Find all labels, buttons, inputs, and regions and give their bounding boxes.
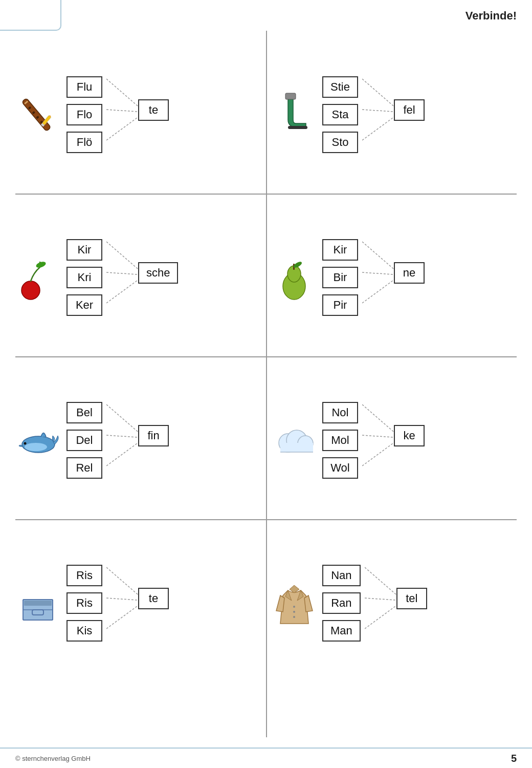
box-icon — [18, 584, 59, 623]
cloud-icon-area — [271, 425, 317, 456]
dolphin-icon-area — [15, 421, 61, 460]
svg-rect-43 — [280, 443, 313, 452]
row2-left-panel: Kir Kri Ker sche — [15, 199, 266, 356]
word-box: Wol — [322, 457, 358, 479]
row1-right-words: Stie Sta Sto — [322, 76, 358, 153]
page-number: 5 — [511, 753, 517, 764]
word-box: Nol — [322, 402, 358, 423]
suffix-box-row1-left: te — [138, 99, 169, 121]
word-box: Flö — [66, 132, 102, 153]
row3-left-words: Bel Del Rel — [66, 402, 102, 479]
word-box: Kri — [66, 267, 102, 288]
row1-right-arrow-group: fel — [362, 63, 408, 166]
suffix-box-row4-right: tel — [396, 588, 427, 609]
row4-left-panel: Ris Ris Kis te — [15, 524, 266, 682]
row4-right-arrow-group: tel — [365, 552, 411, 654]
row1-left-words: Flu Flo Flö — [66, 76, 102, 153]
cloud-icon — [274, 425, 315, 456]
svg-rect-51 — [24, 601, 52, 606]
svg-point-34 — [24, 442, 27, 444]
row2-left-words: Kir Kri Ker — [66, 239, 102, 316]
suffix-box-row1-right: fel — [394, 99, 425, 121]
row3-right-panel: Nol Mol Wol ke — [271, 361, 522, 519]
copyright-text: © sternchenverlag GmbH — [15, 755, 91, 762]
svg-rect-13 — [285, 93, 296, 99]
word-box: Kir — [322, 239, 358, 261]
word-box: Stie — [322, 76, 358, 98]
pear-icon — [275, 254, 314, 301]
svg-point-35 — [25, 443, 47, 451]
box-icon-area — [15, 584, 61, 623]
v-divider — [266, 31, 267, 737]
svg-point-58 — [293, 606, 295, 608]
word-box: Pir — [322, 294, 358, 316]
word-box: Ran — [322, 592, 361, 614]
word-box: Flu — [66, 76, 102, 98]
row3-right-words: Nol Mol Wol — [322, 402, 358, 479]
boot-icon-area — [271, 92, 317, 138]
coat-icon — [275, 580, 314, 626]
row2-right-arrow-group: ne — [362, 226, 408, 329]
row2-right-words: Kir Bir Pir — [322, 239, 358, 316]
word-box: Kir — [66, 239, 102, 261]
svg-point-60 — [293, 616, 295, 618]
boot-icon — [275, 92, 314, 138]
row4-right-words: Nan Ran Man — [322, 565, 361, 642]
suffix-box-row2-right: ne — [394, 262, 425, 284]
row3-left-panel: Bel Del Rel fin — [15, 361, 266, 519]
word-box: Nan — [322, 565, 361, 586]
row1-left-arrow-group: te — [106, 63, 152, 166]
cherry-icon — [19, 254, 58, 301]
svg-point-59 — [293, 611, 295, 613]
row2-right-panel: Kir Bir Pir ne — [271, 199, 522, 356]
word-box: Mol — [322, 430, 358, 451]
row3-right-arrow-group: ke — [362, 389, 408, 492]
word-box: Bir — [322, 267, 358, 288]
row4-right-panel: Nan Ran Man tel — [271, 524, 522, 682]
word-box: Del — [66, 430, 102, 451]
cherry-icon-area — [15, 254, 61, 301]
row1-left-panel: Flu Flo Flö te — [15, 36, 266, 194]
top-decorative-line — [0, 0, 61, 31]
row4-left-words: Ris Ris Kis — [66, 565, 102, 642]
bottom-bar: © sternchenverlag GmbH 5 — [0, 748, 532, 768]
word-box: Man — [322, 620, 361, 642]
pear-icon-area — [271, 254, 317, 301]
word-box: Sta — [322, 104, 358, 125]
svg-rect-14 — [288, 126, 307, 129]
suffix-box-row2-left: sche — [138, 262, 178, 284]
word-box: Kis — [66, 620, 102, 642]
suffix-box-row4-left: te — [138, 588, 169, 609]
suffix-box-row3-left: fin — [138, 425, 169, 446]
row3-left-arrow-group: fin — [106, 389, 152, 492]
flute-icon-area — [15, 92, 61, 138]
row1-right-panel: Stie Sta Sto fel — [271, 36, 522, 194]
coat-icon-area — [271, 580, 317, 626]
word-box: Ker — [66, 294, 102, 316]
main-content: Flu Flo Flö te — [15, 31, 517, 748]
suffix-box-row3-right: ke — [394, 425, 425, 446]
svg-point-20 — [35, 261, 46, 269]
page-title: Verbinde! — [465, 9, 517, 23]
word-box: Rel — [66, 457, 102, 479]
row4-left-arrow-group: te — [106, 552, 152, 654]
word-box: Bel — [66, 402, 102, 423]
flute-icon — [19, 92, 58, 138]
row2-left-arrow-group: sche — [106, 226, 158, 329]
word-box: Flo — [66, 104, 102, 125]
word-box: Ris — [66, 592, 102, 614]
word-box: Sto — [322, 132, 358, 153]
word-box: Ris — [66, 565, 102, 586]
dolphin-icon — [18, 421, 59, 460]
svg-point-19 — [21, 281, 40, 300]
